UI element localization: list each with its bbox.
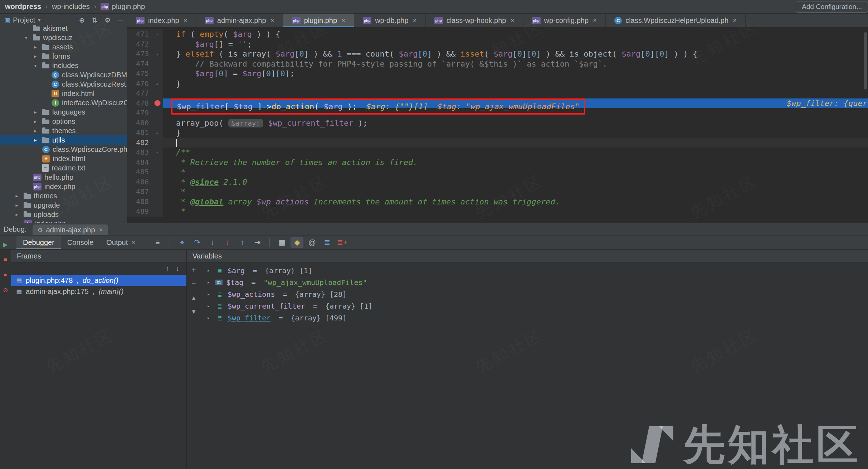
breadcrumb-item-wp-includes[interactable]: wp-includes	[52, 3, 90, 11]
code-line-487[interactable]: 487 *	[127, 187, 868, 197]
code-editor[interactable]: 471▾if ( empty( $arg ) ) {472 $arg[] = '…	[127, 27, 868, 223]
expand-arrow-icon[interactable]: ▸	[205, 280, 212, 285]
tree-expand-arrow-icon[interactable]: ▸	[13, 212, 21, 217]
chevron-down-icon[interactable]: ▾	[38, 17, 40, 23]
remove-watch-icon[interactable]: −	[192, 280, 196, 288]
tree-item-interface-wpdiscuzconst[interactable]: Iinterface.WpDiscuzConst	[0, 98, 127, 107]
close-tab-icon[interactable]: ×	[341, 16, 345, 24]
editor-tab-index-php[interactable]: phpindex.php×	[127, 14, 196, 27]
expand-arrow-icon[interactable]: ▸	[205, 291, 212, 297]
fold-marker-icon[interactable]	[152, 88, 163, 98]
add-to-watches-icon[interactable]: ≣+	[336, 237, 348, 248]
tree-expand-arrow-icon[interactable]: ▸	[31, 53, 39, 59]
expand-arrow-icon[interactable]: ▸	[205, 315, 212, 320]
close-session-icon[interactable]: ×	[99, 226, 103, 234]
fold-marker-icon[interactable]: ▾	[152, 148, 163, 158]
close-tab-icon[interactable]: ×	[184, 16, 187, 24]
code-line-488[interactable]: 488 * @global array $wp_actions Incremen…	[127, 197, 868, 207]
line-number[interactable]: 480	[127, 118, 152, 128]
resume-program-button[interactable]: ▶	[3, 241, 8, 248]
close-tab-icon[interactable]: ×	[270, 16, 274, 24]
close-tab-icon[interactable]: ×	[413, 16, 417, 24]
show-execution-point-icon[interactable]: ⌖	[176, 237, 189, 248]
line-number[interactable]: 483	[127, 148, 152, 158]
fold-marker-icon[interactable]	[152, 197, 163, 207]
line-number[interactable]: 487	[127, 187, 152, 197]
variable-row-arg[interactable]: ▸≣$arg = {array} [1]	[201, 265, 868, 276]
code-line-477[interactable]: 477	[127, 88, 868, 98]
fold-marker-icon[interactable]	[152, 138, 163, 148]
tree-item-upgrade[interactable]: ▸upgrade	[0, 200, 127, 210]
line-number[interactable]: 475	[127, 69, 152, 79]
debug-session-tab[interactable]: ⚙ admin-ajax.php ×	[33, 224, 108, 235]
fold-marker-icon[interactable]: ▴	[152, 79, 163, 89]
variable-row-wp-current-filter[interactable]: ▸≣$wp_current_filter = {array} [1]	[201, 300, 868, 312]
expand-arrow-icon[interactable]: ▸	[205, 303, 212, 309]
line-number[interactable]: 479	[127, 108, 152, 118]
tree-item-index-php[interactable]: phpindex.php	[0, 182, 127, 191]
close-tab-icon[interactable]: ×	[733, 16, 737, 24]
editor-tab-wp-db-php[interactable]: phpwp-db.php×	[354, 14, 426, 27]
code-line-480[interactable]: 480array_pop( &array: $wp_current_filter…	[127, 118, 868, 128]
editor-tab-admin-ajax-php[interactable]: phpadmin-ajax.php×	[196, 14, 283, 27]
tree-expand-arrow-icon[interactable]: ▸	[31, 119, 39, 124]
code-line-472[interactable]: 472 $arg[] = '';	[127, 39, 868, 49]
tree-item-akismet[interactable]: akismet	[0, 24, 127, 33]
code-line-474[interactable]: 474 // Backward compatibility for PHP4-s…	[127, 59, 868, 69]
debug-tab-output[interactable]: Output×	[100, 236, 142, 249]
scroll-down-icon[interactable]: ▾	[192, 307, 195, 316]
close-tab-icon[interactable]: ×	[131, 238, 135, 246]
view-breakpoints-icon[interactable]: ▦	[275, 237, 288, 248]
tree-item-includes[interactable]: ▾includes	[0, 61, 127, 70]
tree-expand-arrow-icon[interactable]: ▸	[13, 193, 21, 199]
code-line-489[interactable]: 489 *	[127, 207, 868, 217]
code-line-481[interactable]: 481▴}	[127, 128, 868, 138]
code-line-483[interactable]: 483▾/**	[127, 148, 868, 158]
collapse-all-icon[interactable]: ⇅	[92, 16, 98, 24]
stack-frame-plugin-php-478[interactable]: ▤plugin.php:478, do_action()	[11, 275, 186, 286]
tree-item-class-wpdiscuzrest-php[interactable]: Cclass.WpdiscuzRest.php	[0, 79, 127, 89]
code-line-485[interactable]: 485 *	[127, 167, 868, 177]
fold-marker-icon[interactable]: ▴	[152, 49, 163, 59]
line-number[interactable]: 478	[127, 98, 152, 108]
code-line-475[interactable]: 475 $arg[0] = $arg[0][0];	[127, 69, 868, 79]
breadcrumb-item-wordpress[interactable]: wordpress	[5, 3, 41, 11]
step-out-icon[interactable]: ↑	[236, 237, 249, 248]
tree-collapse-arrow-icon[interactable]: ▾	[22, 35, 30, 40]
line-number[interactable]: 481	[127, 128, 152, 138]
tree-item-uploads[interactable]: ▸uploads	[0, 210, 127, 219]
select-opened-file-icon[interactable]: ⊕	[79, 16, 85, 24]
line-number[interactable]: 489	[127, 207, 152, 217]
add-configuration-button[interactable]: Add Configuration...	[796, 1, 868, 13]
evaluate-expression-icon[interactable]: @	[306, 237, 318, 248]
tree-item-assets[interactable]: ▸assets	[0, 42, 127, 52]
tree-item-themes[interactable]: ▸themes	[0, 126, 127, 135]
line-number[interactable]: 474	[127, 59, 152, 69]
fold-marker-icon[interactable]	[152, 207, 163, 217]
down-the-stack-icon[interactable]: ↓	[176, 265, 180, 273]
line-number[interactable]: 476	[127, 79, 152, 89]
force-step-into-icon[interactable]: ↓	[221, 237, 234, 248]
editor-tab-wp-config-php[interactable]: phpwp-config.php×	[523, 14, 606, 27]
line-number[interactable]: 482	[127, 138, 152, 148]
close-tab-icon[interactable]: ×	[593, 16, 597, 24]
scroll-up-icon[interactable]: ▴	[192, 293, 195, 302]
tree-expand-arrow-icon[interactable]: ▸	[31, 44, 39, 50]
variable-row-tag[interactable]: ▸01$tag = "wp_ajax_wmuUploadFiles"	[201, 276, 868, 288]
tree-item-wpdiscuz[interactable]: ▾wpdiscuz	[0, 33, 127, 42]
editor-scrollbar[interactable]	[864, 29, 867, 221]
fold-marker-icon[interactable]: ▾	[152, 29, 163, 39]
options-menu-icon[interactable]: ≡	[151, 237, 164, 248]
tree-item-languages[interactable]: ▸languages	[0, 107, 127, 117]
tree-item-index-php[interactable]: phpindex.php	[0, 219, 127, 223]
fold-marker-icon[interactable]: ▴	[152, 128, 163, 138]
tree-item-index-html[interactable]: Hindex.html	[0, 154, 127, 163]
tree-item-forms[interactable]: ▸forms	[0, 52, 127, 61]
editor-tab-class-wpdiscuzhelperupload-ph[interactable]: Cclass.WpdiscuzHelperUpload.ph×	[606, 14, 746, 27]
tree-expand-arrow-icon[interactable]: ▸	[31, 109, 39, 115]
fold-marker-icon[interactable]	[152, 187, 163, 197]
fold-marker-icon[interactable]	[152, 167, 163, 177]
line-number[interactable]: 485	[127, 167, 152, 177]
view-breakpoints-button[interactable]: ●	[4, 271, 7, 279]
variable-row-wp-actions[interactable]: ▸≣$wp_actions = {array} [28]	[201, 288, 868, 300]
